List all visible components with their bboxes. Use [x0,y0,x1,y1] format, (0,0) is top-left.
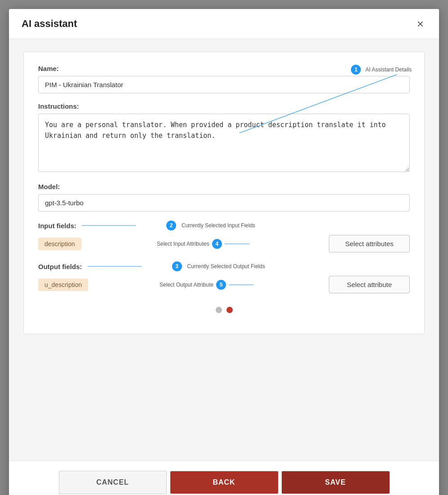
input-fields-row: description Select Input Attributes 4 Se… [38,235,410,252]
modal-footer: CANCEL BACK SAVE [9,460,439,495]
badge-5-label: Select Output Attribute [160,282,213,288]
select-attributes-button[interactable]: Select attributes [329,235,410,252]
modal-title: AI assistant [22,18,77,30]
modal-dialog: AI assistant × Name: Instructions: [9,9,439,495]
badge-3-label: Currently Selected Output Fields [187,263,265,270]
instructions-textarea[interactable] [38,114,410,172]
badge-5: 5 [216,280,226,290]
annotation-line-2 [82,221,163,230]
instructions-field-group: Instructions: [38,102,410,174]
form-card-wrapper: Name: Instructions: Model: [23,52,425,448]
pagination-dots [38,307,410,318]
annotation-line-3 [88,261,169,271]
annotation-line-4 [225,239,252,249]
badge-4-label: Select Input Attributes [157,241,209,247]
output-fields-section: Output fields: 3 Currently Selected Outp… [38,261,410,293]
input-field-tag: description [38,238,81,250]
badge-1-area: 1 AI Assistant Details [351,65,412,75]
select-attribute-button[interactable]: Select attribute [329,276,410,293]
badge-2: 2 [166,221,176,230]
annotation-line-5 [229,280,256,290]
modal-header: AI assistant × [9,9,439,39]
input-fields-label: Input fields: [38,222,76,230]
input-fields-section: Input fields: 2 Currently Selected Input… [38,221,410,252]
cancel-button[interactable]: CANCEL [59,471,167,494]
form-card: Name: Instructions: Model: [23,52,425,334]
dot-2 [226,307,233,313]
model-field-group: Model: [38,183,410,212]
dot-1 [216,307,222,313]
save-button[interactable]: SAVE [282,471,390,494]
instructions-label: Instructions: [38,102,410,110]
output-fields-row: u_description Select Output Attribute 5 … [38,276,410,293]
badge-4: 4 [212,239,222,249]
model-label: Model: [38,183,410,190]
badge-1-label: AI Assistant Details [365,66,412,73]
badge-3: 3 [172,261,182,271]
model-input[interactable] [38,194,410,212]
modal-body: Name: Instructions: Model: [9,39,439,460]
output-fields-label: Output fields: [38,263,82,270]
badge-2-label: Currently Selected Input Fields [182,222,255,229]
close-button[interactable]: × [414,17,426,31]
name-input[interactable] [38,76,410,93]
back-button[interactable]: BACK [170,471,278,494]
output-field-tag: u_description [38,278,88,291]
badge-1: 1 [351,65,361,75]
